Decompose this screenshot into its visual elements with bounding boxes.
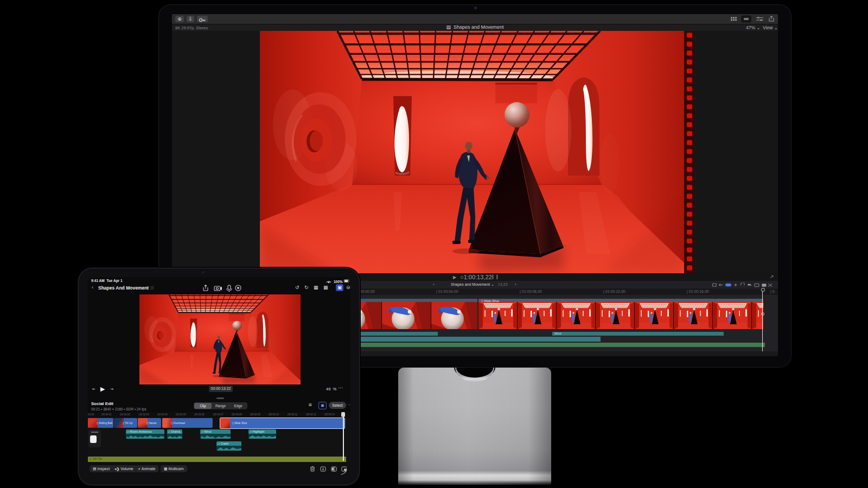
svg-text:100%: 100% xyxy=(334,280,343,284)
